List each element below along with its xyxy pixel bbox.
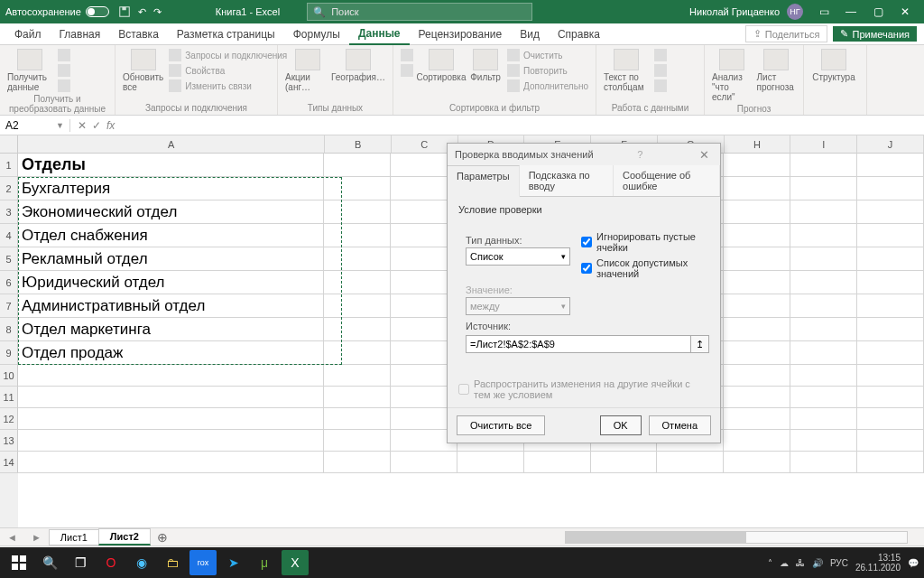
save-icon[interactable] xyxy=(118,5,131,18)
enter-formula-icon[interactable]: ✓ xyxy=(92,119,101,132)
cell[interactable] xyxy=(790,318,857,341)
row-header[interactable]: 8 xyxy=(0,318,18,341)
cell[interactable] xyxy=(790,154,857,177)
cell[interactable] xyxy=(857,365,924,387)
cell[interactable] xyxy=(790,452,857,473)
tab-review[interactable]: Рецензирование xyxy=(410,23,512,44)
from-table-button[interactable] xyxy=(58,79,70,92)
cell[interactable] xyxy=(724,200,790,224)
row-header[interactable]: 3 xyxy=(0,200,18,224)
tab-home[interactable]: Главная xyxy=(51,23,110,44)
cell[interactable] xyxy=(790,271,857,294)
sheet-tab[interactable]: Лист2 xyxy=(98,528,151,545)
stocks-button[interactable]: Акции (анг… xyxy=(285,49,330,92)
row-header[interactable]: 13 xyxy=(0,430,18,452)
cell[interactable] xyxy=(857,430,924,452)
fx-icon[interactable]: fx xyxy=(106,119,115,132)
cell[interactable] xyxy=(857,452,924,473)
source-input[interactable] xyxy=(466,335,691,353)
row-header[interactable]: 10 xyxy=(0,365,18,387)
dialog-tab-settings[interactable]: Параметры xyxy=(448,165,520,197)
cell[interactable] xyxy=(324,318,391,341)
cell[interactable] xyxy=(724,387,790,408)
row-header[interactable]: 12 xyxy=(0,408,18,430)
row-header[interactable]: 7 xyxy=(0,294,18,318)
cell[interactable] xyxy=(724,408,790,430)
cell[interactable] xyxy=(857,200,924,224)
in-cell-dropdown-checkbox[interactable]: Список допустимых значений xyxy=(581,257,709,279)
cell[interactable] xyxy=(857,271,924,294)
col-header[interactable]: B xyxy=(325,135,392,154)
cell[interactable] xyxy=(790,365,857,387)
cancel-button[interactable]: Отмена xyxy=(649,415,711,435)
cell[interactable] xyxy=(790,247,857,271)
cell[interactable] xyxy=(18,387,324,408)
cell[interactable] xyxy=(18,365,324,387)
cell[interactable] xyxy=(524,452,591,473)
tab-file[interactable]: Файл xyxy=(5,23,51,44)
notifications-icon[interactable]: 💬 xyxy=(908,558,919,568)
cell[interactable] xyxy=(324,154,391,177)
forecast-button[interactable]: Лист прогноза xyxy=(757,49,797,92)
col-header[interactable]: I xyxy=(790,135,857,154)
close-icon[interactable]: ✕ xyxy=(892,0,919,23)
geography-button[interactable]: География… xyxy=(336,49,381,82)
network-icon[interactable]: 🖧 xyxy=(796,558,805,568)
cell[interactable]: Отдел снабжения xyxy=(18,224,324,247)
rox-icon[interactable]: rox xyxy=(189,550,217,575)
cell[interactable] xyxy=(591,452,658,473)
queries-button[interactable]: Запросы и подключения xyxy=(169,49,287,61)
tab-formulas[interactable]: Формулы xyxy=(284,23,349,44)
cell[interactable] xyxy=(857,318,924,341)
sheet-tab[interactable]: Лист1 xyxy=(49,529,99,545)
cell[interactable] xyxy=(790,294,857,318)
tab-data[interactable]: Данные xyxy=(349,23,410,45)
cell[interactable] xyxy=(324,341,391,365)
undo-icon[interactable]: ↶ xyxy=(138,6,146,18)
excel-icon[interactable]: X xyxy=(282,550,309,575)
cell[interactable] xyxy=(857,408,924,430)
dialog-tab-input-message[interactable]: Подсказка по вводу xyxy=(520,165,614,196)
user-name[interactable]: Николай Грицаенко xyxy=(689,6,780,17)
start-button[interactable] xyxy=(5,550,32,575)
cell[interactable]: Отделы xyxy=(18,154,324,177)
remove-dup-button[interactable] xyxy=(654,64,667,77)
ok-button[interactable]: OK xyxy=(600,415,642,435)
cell[interactable] xyxy=(457,452,524,473)
tab-layout[interactable]: Разметка страницы xyxy=(168,23,284,44)
data-validation-button[interactable] xyxy=(654,79,667,92)
search-box[interactable]: 🔍 Поиск xyxy=(307,3,532,21)
cell[interactable] xyxy=(724,247,790,271)
cell[interactable] xyxy=(790,200,857,224)
ignore-blank-checkbox[interactable]: Игнорировать пустые ячейки xyxy=(581,231,709,253)
col-header[interactable]: A xyxy=(18,135,325,154)
tab-view[interactable]: Вид xyxy=(511,23,549,44)
cell[interactable] xyxy=(724,154,790,177)
get-data-button[interactable]: Получить данные xyxy=(7,49,52,92)
filter-button[interactable]: Фильтр xyxy=(469,49,502,82)
reapply-button[interactable]: Повторить xyxy=(507,64,588,77)
outline-button[interactable]: Структура xyxy=(811,49,856,82)
sheet-nav-prev[interactable]: ◄ xyxy=(0,532,24,543)
cell[interactable] xyxy=(790,177,857,200)
cell[interactable] xyxy=(857,177,924,200)
edit-links-button[interactable]: Изменить связи xyxy=(169,79,287,92)
onedrive-icon[interactable]: ☁ xyxy=(780,558,789,568)
add-sheet-button[interactable]: ⊕ xyxy=(150,530,175,545)
cell[interactable] xyxy=(790,430,857,452)
cell[interactable] xyxy=(724,430,790,452)
opera-icon[interactable]: O xyxy=(97,550,125,575)
cell[interactable] xyxy=(324,200,391,224)
horizontal-scrollbar[interactable] xyxy=(565,531,908,544)
minimize-icon[interactable]: ― xyxy=(837,0,864,23)
edge-icon[interactable]: ◉ xyxy=(128,550,155,575)
maximize-icon[interactable]: ▢ xyxy=(864,0,892,23)
cell[interactable] xyxy=(857,387,924,408)
cell[interactable]: Отдел маркетинга xyxy=(18,318,324,341)
cell[interactable] xyxy=(324,294,391,318)
row-header[interactable]: 14 xyxy=(0,452,18,473)
scrollbar-thumb[interactable] xyxy=(566,532,746,543)
sort-button[interactable]: Сортировка xyxy=(419,49,464,82)
clear-all-button[interactable]: Очистить все xyxy=(457,415,545,435)
cell[interactable] xyxy=(790,408,857,430)
